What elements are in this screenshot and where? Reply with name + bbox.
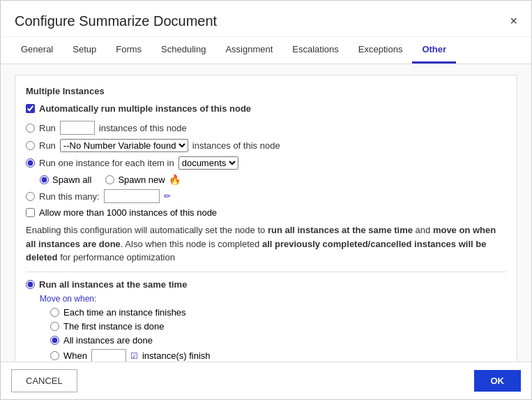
- info-text-4: for performance optimization: [58, 252, 175, 262]
- run-this-many-row: Run this many: ✏: [26, 189, 506, 203]
- run-all-row: Run all instances at the same time: [26, 279, 506, 290]
- divider: [26, 272, 506, 272]
- first-instance-row: The first instance is done: [26, 321, 506, 332]
- all-instances-label: All instances are done: [63, 335, 153, 346]
- spawn-all-radio[interactable]: [40, 175, 49, 184]
- spawn-new-radio[interactable]: [105, 175, 114, 184]
- tab-general[interactable]: General: [11, 37, 63, 64]
- spawn-all-label: Spawn all: [52, 175, 91, 185]
- auto-run-row: Automatically run multiple instances of …: [26, 103, 506, 114]
- first-instance-label: The first instance is done: [63, 321, 165, 332]
- ok-button[interactable]: OK: [474, 370, 522, 392]
- tab-escalations[interactable]: Escalations: [282, 37, 348, 64]
- close-button[interactable]: ×: [510, 14, 517, 29]
- info-text-2: and: [413, 225, 433, 235]
- run-instances-label: instances of this node: [99, 123, 187, 133]
- documents-select[interactable]: documents: [178, 156, 238, 170]
- variable-select[interactable]: --No Number Variable found: [60, 139, 188, 152]
- dialog-footer: CANCEL OK: [1, 362, 531, 399]
- section-title: Multiple Instances: [26, 86, 506, 96]
- auto-run-checkbox[interactable]: [26, 104, 35, 113]
- run-one-label: Run one instance for each item in: [39, 158, 174, 168]
- run-one-radio[interactable]: [26, 158, 35, 168]
- instances-finish-label: instance(s) finish: [142, 350, 211, 361]
- checkbox-icon: ☑: [130, 351, 138, 361]
- each-time-radio[interactable]: [50, 308, 59, 317]
- tab-assignment[interactable]: Assignment: [215, 37, 282, 64]
- each-time-label: Each time an instance finishes: [63, 307, 186, 318]
- fire-icon: 🔥: [169, 174, 181, 185]
- move-on-label: Move on when:: [40, 294, 506, 304]
- dialog-title: Configure Summarize Document: [15, 13, 217, 29]
- all-instances-radio[interactable]: [50, 336, 59, 345]
- tab-setup[interactable]: Setup: [63, 37, 106, 64]
- run-this-many-label: Run this many:: [39, 191, 100, 202]
- allow-more-label: Allow more than 1000 instances of this n…: [39, 207, 217, 218]
- spawn-row: Spawn all Spawn new 🔥: [26, 174, 506, 185]
- dialog-header: Configure Summarize Document ×: [1, 1, 531, 37]
- run-all-radio[interactable]: [26, 280, 35, 289]
- run-all-label: Run all instances at the same time: [39, 279, 187, 290]
- info-text-3: . Also when this node is completed: [121, 239, 262, 249]
- info-text-1: Enabling this configuration will automat…: [26, 225, 268, 235]
- run-variable-row: Run --No Number Variable found instances…: [26, 139, 506, 152]
- multiple-instances-section: Multiple Instances Automatically run mul…: [15, 75, 517, 362]
- allow-more-checkbox[interactable]: [26, 208, 35, 217]
- tab-forms[interactable]: Forms: [106, 37, 151, 64]
- run-instances-row: Run instances of this node: [26, 121, 506, 135]
- each-time-row: Each time an instance finishes: [26, 307, 506, 318]
- run-instances-input[interactable]: [60, 121, 95, 135]
- run-variable-label: instances of this node: [192, 140, 280, 151]
- run-instances-radio[interactable]: [26, 124, 35, 133]
- when-input[interactable]: [91, 349, 126, 362]
- when-finish-radio[interactable]: [50, 351, 59, 360]
- tabs-bar: General Setup Forms Scheduling Assignmen…: [1, 37, 531, 64]
- run-this-many-radio[interactable]: [26, 192, 35, 201]
- tab-other[interactable]: Other: [412, 37, 456, 64]
- dialog-body: Multiple Instances Automatically run mul…: [1, 64, 531, 362]
- all-instances-row: All instances are done: [26, 335, 506, 346]
- tab-exceptions[interactable]: Exceptions: [349, 37, 413, 64]
- info-text: Enabling this configuration will automat…: [26, 223, 506, 265]
- info-bold-1: run all instances at the same time: [268, 225, 413, 235]
- auto-run-label: Automatically run multiple instances of …: [39, 103, 251, 114]
- cancel-button[interactable]: CANCEL: [11, 369, 77, 392]
- spawn-new-label: Spawn new: [118, 175, 165, 185]
- run-one-row: Run one instance for each item in docume…: [26, 156, 506, 170]
- edit-icon[interactable]: ✏: [164, 191, 171, 201]
- when-label: When: [63, 350, 87, 361]
- run-variable-radio[interactable]: [26, 141, 35, 150]
- configure-dialog: Configure Summarize Document × General S…: [0, 0, 532, 400]
- allow-more-row: Allow more than 1000 instances of this n…: [26, 207, 506, 218]
- first-instance-radio[interactable]: [50, 322, 59, 331]
- when-row: When ☑ instance(s) finish: [26, 349, 506, 362]
- run-this-many-input[interactable]: [104, 189, 160, 203]
- tab-scheduling[interactable]: Scheduling: [151, 37, 215, 64]
